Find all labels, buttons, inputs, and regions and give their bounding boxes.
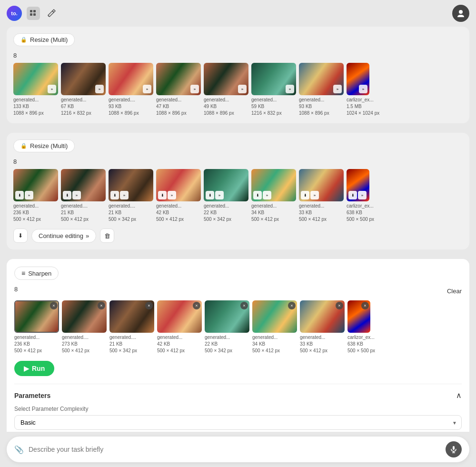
expand-button[interactable]: » [286, 85, 294, 93]
brush-icon[interactable] [45, 7, 58, 20]
section3-title: Sharpen [28, 270, 51, 277]
close-button[interactable]: × [336, 302, 343, 309]
image-filename: generated... [204, 203, 248, 209]
image-size: 21 KB [61, 209, 106, 216]
list-item[interactable]: ×generated...42 KB500 × 412 px [157, 300, 202, 354]
image-dims: 1024 × 1024 px [347, 110, 379, 117]
list-item[interactable]: ×generated...34 KB500 × 412 px [252, 300, 297, 354]
close-button[interactable]: × [50, 302, 58, 309]
list-item[interactable]: ×generated...236 KB500 × 412 px [14, 300, 59, 354]
section2-toolbar: ⬇ Continue editing » 🗑 [13, 229, 463, 243]
image-dims: 500 × 412 px [252, 348, 297, 354]
expand-button[interactable]: » [358, 191, 367, 199]
image-dims: 1088 × 896 px [204, 110, 248, 117]
expand-button[interactable]: » [190, 85, 199, 93]
section1-count: 8 [13, 52, 463, 59]
image-dims: 1088 × 896 px [13, 110, 58, 117]
expand-button[interactable]: » [168, 191, 176, 199]
close-button[interactable]: × [361, 302, 369, 309]
download-button[interactable]: ⬇ [301, 191, 309, 199]
download-button[interactable]: ⬇ [158, 191, 167, 199]
close-button[interactable]: × [98, 302, 105, 309]
list-item: »carlizor_ex...1.5 MB1024 × 1024 px [347, 63, 379, 117]
continue-editing-button[interactable]: Continue editing » [31, 229, 96, 243]
attach-icon[interactable]: 📎 [14, 445, 24, 454]
section3-images: ×generated...236 KB500 × 412 px×generate… [14, 300, 462, 354]
download-button[interactable]: ⬇ [253, 191, 262, 199]
image-dims: 1216 × 832 px [251, 110, 296, 117]
expand-button[interactable]: » [263, 191, 271, 199]
image-size: 21 KB [109, 209, 153, 216]
section2-header: 🔒 Resize (Multi) [13, 139, 75, 152]
expand-button[interactable]: » [215, 191, 224, 199]
image-dims: 1088 × 896 px [109, 110, 153, 117]
image-size: 42 KB [157, 341, 202, 348]
chat-input[interactable] [29, 446, 441, 453]
close-button[interactable]: × [288, 302, 296, 309]
complexity-label: Select Parameter Complexity [14, 406, 462, 412]
expand-button[interactable]: » [25, 191, 33, 199]
download-all-button[interactable]: ⬇ [13, 229, 28, 243]
list-item: ⬇»generated...42 KB500 × 412 px [156, 169, 201, 223]
image-filename: generated... [251, 97, 296, 103]
download-button[interactable]: ⬇ [63, 191, 71, 199]
image-filename: generated... [251, 203, 296, 209]
expand-button[interactable]: » [95, 85, 104, 93]
svg-rect-5 [453, 446, 455, 450]
svg-rect-2 [30, 13, 32, 16]
expand-button[interactable]: » [333, 85, 342, 93]
close-button[interactable]: × [240, 302, 248, 309]
grid-icon[interactable] [27, 7, 40, 20]
list-item[interactable]: ×carlizor_ex...638 KB500 × 500 px [347, 300, 375, 354]
image-size: 638 KB [347, 341, 375, 348]
list-item: »generated...133 KB1088 × 896 px [13, 63, 58, 117]
section2-card: 🔒 Resize (Multi) 8 ⬇»generated...236 KB5… [7, 133, 469, 249]
svg-point-4 [459, 10, 463, 14]
run-button[interactable]: ▶ Run [14, 361, 54, 376]
chat-input-wrap: 📎 [7, 437, 469, 462]
params-collapse-icon[interactable]: ∧ [456, 391, 462, 400]
main-content: 🔒 Resize (Multi) 8 »generated...133 KB10… [0, 27, 476, 467]
image-dims: 500 × 500 px [347, 348, 375, 354]
section3-header: ≡ Sharpen [14, 267, 59, 280]
trash-button[interactable]: 🗑 [100, 229, 114, 243]
user-avatar[interactable] [452, 5, 469, 22]
image-dims: 500 × 342 px [109, 348, 154, 354]
expand-button[interactable]: » [120, 191, 129, 199]
menu-lines-icon: ≡ [21, 269, 25, 277]
download-button[interactable]: ⬇ [110, 191, 119, 199]
image-size: 67 KB [61, 103, 106, 110]
image-filename: generated... [205, 334, 249, 341]
list-item[interactable]: ×generated....273 KB500 × 412 px [62, 300, 107, 354]
expand-button[interactable]: » [72, 191, 81, 199]
expand-button[interactable]: » [310, 191, 319, 199]
expand-button[interactable]: » [143, 85, 151, 93]
expand-button[interactable]: » [238, 85, 247, 93]
image-size: 33 KB [299, 209, 344, 216]
download-button[interactable]: ⬇ [206, 191, 214, 199]
list-item: ⬇»generated....21 KB500 × 412 px [61, 169, 106, 223]
avatar[interactable]: to. [7, 6, 22, 21]
list-item[interactable]: ×generated....21 KB500 × 342 px [109, 300, 154, 354]
close-button[interactable]: × [193, 302, 200, 309]
image-size: 59 KB [251, 103, 296, 110]
image-filename: carlizor_ex... [347, 334, 375, 341]
image-dims: 500 × 500 px [347, 216, 374, 223]
topbar-left: to. [7, 6, 58, 21]
close-button[interactable]: × [145, 302, 153, 309]
list-item: »generated...59 KB1216 × 832 px [251, 63, 296, 117]
play-icon: ▶ [24, 365, 29, 372]
complexity-select-wrapper: Basic Advanced ▼ [14, 415, 462, 430]
image-dims: 1088 × 896 px [299, 110, 344, 117]
mic-button[interactable] [446, 441, 462, 457]
expand-button[interactable]: » [48, 85, 56, 93]
complexity-select[interactable]: Basic Advanced [14, 415, 462, 430]
section1-images: »generated...133 KB1088 × 896 px»generat… [13, 63, 463, 117]
image-size: 47 KB [156, 103, 201, 110]
download-button[interactable]: ⬇ [348, 191, 357, 199]
expand-button[interactable]: » [359, 85, 367, 93]
clear-button[interactable]: Clear [447, 288, 462, 295]
list-item[interactable]: ×generated...22 KB500 × 342 px [205, 300, 249, 354]
download-button[interactable]: ⬇ [15, 191, 24, 199]
list-item[interactable]: ×generated...33 KB500 × 412 px [300, 300, 345, 354]
